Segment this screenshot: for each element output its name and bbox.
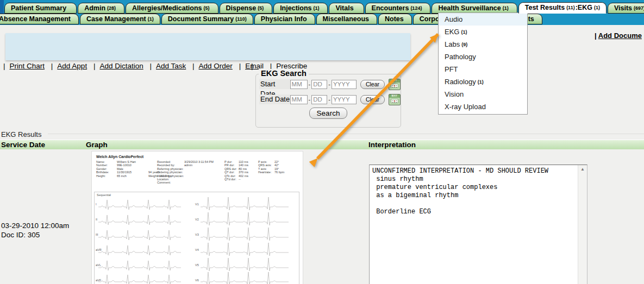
menu-item[interactable]: PFT — [439, 63, 527, 75]
patient-banner — [5, 33, 410, 60]
tab[interactable]: Dispense(5) — [220, 3, 273, 14]
menu-item[interactable]: X-ray Upload — [439, 100, 527, 113]
measurements-block: P dur:110 msPR dur:140 msQRS dur:80 msQT… — [224, 160, 248, 181]
action-link[interactable]: Add Task — [149, 62, 186, 70]
tab-subcount: (1) — [594, 5, 600, 10]
report-title: Welch Allyn CardioPerfect — [96, 155, 143, 159]
tab-label: Visits — [614, 4, 632, 12]
interpretation-textarea[interactable]: UNCONFIRMED INTERPRETATION - MD SHOULD R… — [369, 165, 587, 284]
action-link[interactable]: Print Chart — [3, 62, 45, 70]
menu-item[interactable]: Labs(9) — [439, 38, 527, 51]
tab[interactable]: Visits(697) — [608, 3, 644, 14]
scroll-up-icon[interactable]: ▲ — [578, 167, 587, 172]
tab[interactable]: Patient Summary — [4, 3, 77, 14]
tab[interactable]: Encounters(124) — [365, 3, 431, 14]
tab-count: (110) — [235, 16, 247, 22]
menu-item-label: PFT — [445, 65, 458, 73]
tab-count: (124) — [410, 5, 422, 11]
search-button-row: Search — [256, 108, 401, 119]
end-year-input[interactable] — [332, 95, 357, 104]
lead-label: V6 — [195, 279, 199, 284]
tab-count: (11) — [566, 5, 575, 10]
test-results-dropdown: Audio EKG(1) Labs(9) Pathology PFT Radio… — [438, 12, 528, 115]
lead-label: aVF — [96, 279, 102, 284]
tab-count: (5) — [204, 5, 210, 11]
action-link[interactable]: Add Order — [192, 62, 233, 70]
ekg-report-graph: Welch Allyn CardioPerfect Name:William S… — [91, 151, 303, 284]
add-document-link[interactable]: Add Docume — [598, 31, 642, 40]
start-year-input[interactable] — [332, 80, 357, 89]
start-month-input[interactable] — [290, 80, 308, 89]
menu-item-label: Vision — [445, 90, 464, 98]
menu-item-label: EKG — [445, 28, 459, 36]
end-day-input[interactable] — [311, 95, 327, 104]
date-dash — [328, 81, 330, 87]
lead-label: II — [96, 218, 102, 233]
add-document-linkbar: Add Docume — [595, 31, 642, 40]
menu-item[interactable]: Audio — [439, 13, 527, 26]
lead-label: V4 — [195, 248, 199, 263]
limb-lead-labels: IIIIIIaVRaVLaVF — [96, 203, 102, 284]
date-dash — [328, 96, 330, 103]
action-link[interactable]: Add Dictation — [93, 62, 143, 70]
tab[interactable]: Injections(1) — [273, 3, 328, 14]
tab[interactable]: Physician Info — [254, 14, 315, 24]
menu-item[interactable]: Pathology — [439, 51, 527, 63]
top-left-corner — [0, 0, 4, 14]
end-clear-button[interactable]: Clear — [360, 95, 385, 104]
tab[interactable]: Notes — [378, 14, 412, 24]
tab[interactable]: Case Management(1) — [80, 14, 160, 24]
tab-count: (28) — [107, 5, 116, 11]
menu-item-count: (1) — [461, 29, 467, 35]
tab-label: Vitals — [335, 4, 353, 12]
top-tab-bar: Patient Summary Admin(28) Allergies/Medi… — [0, 0, 644, 25]
tab-count: (5) — [258, 5, 264, 11]
tab-count: (1) — [503, 5, 509, 11]
menu-item-count: (1) — [478, 79, 484, 85]
tab-count: (1) — [148, 16, 154, 22]
start-clear-button[interactable]: Clear — [360, 80, 385, 89]
tab[interactable]: Vitals — [329, 3, 364, 14]
field-label: QTd dur: — [224, 178, 239, 181]
menu-item-label: Audio — [445, 15, 462, 23]
results-header-row: Service Date Graph Interpretation — [0, 140, 644, 149]
end-calendar-icon[interactable]: MAY — [389, 94, 401, 105]
search-button[interactable]: Search — [309, 108, 348, 119]
tab-label: Absence Management — [0, 15, 71, 23]
ekg-results-title: EKG Results — [1, 130, 41, 138]
links-end-pipe: | — [251, 62, 253, 70]
column-header-interpretation: Interpretation — [368, 140, 416, 150]
menu-item-label: Pathology — [445, 53, 476, 61]
field-value: admin — [184, 163, 192, 167]
tab[interactable]: Absence Management — [0, 14, 79, 24]
menu-item[interactable]: Radiology(1) — [439, 75, 527, 88]
start-day-input[interactable] — [311, 80, 327, 89]
tab[interactable]: Miscellaneous — [316, 14, 377, 24]
tab[interactable]: Test Results(11):EKG(1) — [518, 2, 607, 14]
scrollbar[interactable]: ▲ — [578, 165, 587, 284]
menu-item-label: X-ray Upload — [445, 103, 486, 111]
tab[interactable]: Admin(28) — [78, 3, 124, 14]
tab-row-1: Patient Summary Admin(28) Allergies/Medi… — [4, 2, 644, 14]
tab[interactable]: Document Summary(110) — [161, 14, 253, 24]
tab-label: Document Summary — [168, 15, 234, 23]
doc-id-value: Doc ID: 305 — [1, 230, 69, 239]
start-calendar-icon[interactable]: MAY — [389, 79, 401, 90]
tab[interactable]: Health Surveillance(1) — [432, 3, 517, 14]
ekg-search-title: EKG Search — [259, 69, 309, 78]
action-link[interactable]: Add Appt — [51, 62, 87, 70]
end-month-input[interactable] — [290, 95, 308, 104]
column-header-graph: Graph — [86, 140, 108, 150]
column-header-service-date: Service Date — [1, 140, 45, 150]
calendar-grid — [391, 99, 398, 103]
calendar-month-label: MAY — [389, 94, 400, 98]
chest-lead-labels: V1V2V3V4V5V6 — [195, 203, 199, 284]
start-date-row: Start Date Clear MAY — [259, 79, 401, 90]
interpretation-text: UNCONFIRMED INTERPRETATION - MD SHOULD R… — [370, 165, 587, 218]
tab[interactable]: Allergies/Medications(5) — [126, 3, 218, 14]
menu-item[interactable]: Vision — [439, 88, 527, 100]
menu-item[interactable]: EKG(1) — [439, 26, 527, 38]
recording-info-block: Recorded:3/29/2010 3:11:54 PMRecorded by… — [157, 160, 214, 185]
service-date-value: 03-29-2010 12:00am — [1, 221, 69, 230]
tab-label: Allergies/Medications — [132, 4, 202, 12]
